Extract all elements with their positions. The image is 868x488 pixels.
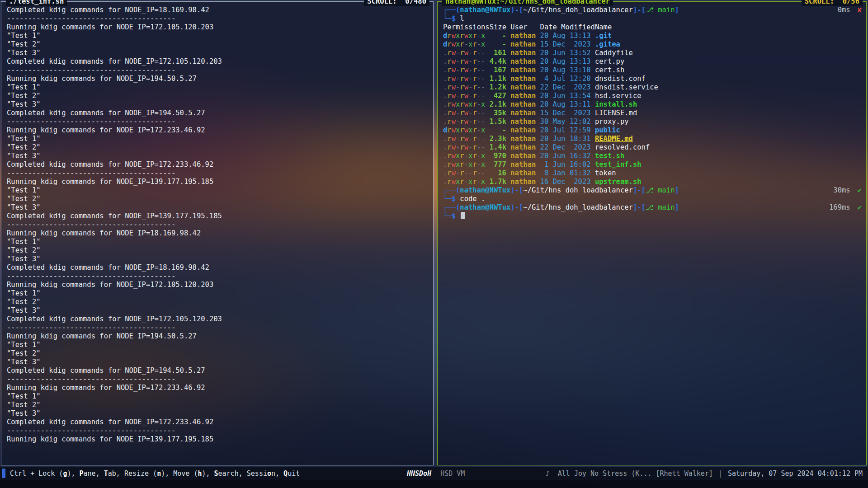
prompt-command[interactable]: └─$ xyxy=(443,212,862,221)
terminal-output-line: "Test 2" xyxy=(7,40,429,49)
terminal-output-line: "Test 3" xyxy=(7,49,429,57)
terminal-output-line: "Test 1" xyxy=(7,135,429,143)
statusbar-accent-block xyxy=(2,469,5,478)
terminal-output-line: Completed kdig commands for NODE_IP=172.… xyxy=(7,418,429,427)
terminal-output-line: "Test 2" xyxy=(7,298,429,306)
file-row: .rw-rw-r--161nathan20 Jun 13:52Caddyfile xyxy=(443,49,862,57)
tab-hsd-vm[interactable]: HSD VM xyxy=(440,469,465,478)
terminal-output-line: "Test 2" xyxy=(7,349,429,358)
terminal-output-line: Completed kdig commands for NODE_IP=18.1… xyxy=(7,6,429,14)
statusbar-separator: | xyxy=(718,469,722,478)
prompt-header: ┌──(nathan@NWTux)-[~/Git/hns_doh_loadbal… xyxy=(443,6,862,14)
terminal-output-line: "Test 2" xyxy=(7,143,429,152)
command-duration: 0ms xyxy=(838,6,850,14)
terminal-output-line: Running kdig commands for NODE_IP=172.10… xyxy=(7,281,429,289)
terminal-output-line: ---------------------------------------- xyxy=(7,324,429,332)
file-row: .rwxr-xr-x970nathan20 Jun 16:32test.sh xyxy=(443,152,862,160)
pane-shell[interactable]: nathan@NWTux:~/Git/hns_doh_loadbalancer … xyxy=(437,1,867,465)
file-row: .rw-rw-r--4.4knathan20 Aug 13:13cert.py xyxy=(443,57,862,66)
file-row: .rw-rw-r--1.5knathan30 May 12:02proxy.py xyxy=(443,117,862,126)
pane-test-inf-script[interactable]: ./test_inf.sh SCROLL: 0/480 Completed kd… xyxy=(1,1,434,465)
command-duration: 30ms xyxy=(833,186,850,194)
terminal-output-line: Completed kdig commands for NODE_IP=194.… xyxy=(7,109,429,117)
file-row: .rwxr-xr-x777nathan 1 Jun 16:02test_inf.… xyxy=(443,160,862,169)
terminal-output-line: Completed kdig commands for NODE_IP=18.1… xyxy=(7,263,429,272)
pane-title-right: nathan@NWTux:~/Git/hns_doh_loadbalancer xyxy=(442,0,613,6)
clock: Saturday, 07 Sep 2024 04:01:12 PM xyxy=(728,469,863,478)
terminal-output-line: "Test 1" xyxy=(7,238,429,246)
terminal-output-line: "Test 3" xyxy=(7,100,429,109)
terminal-output-line: "Test 3" xyxy=(7,306,429,315)
terminal-output-line: ---------------------------------------- xyxy=(7,375,429,384)
terminal-output-line: "Test 2" xyxy=(7,92,429,100)
file-row: .rw-rw-r--2.3knathan20 Jun 18:31README.m… xyxy=(443,135,862,143)
status-bar: Ctrl + Lock (g), Pane, Tab, Resize (n), … xyxy=(0,467,868,480)
terminal-output-line: ---------------------------------------- xyxy=(7,117,429,126)
keybind-hints: Ctrl + Lock (g), Pane, Tab, Resize (n), … xyxy=(10,469,300,478)
terminal-output-line: Running kdig commands for NODE_IP=139.17… xyxy=(7,178,429,186)
terminal-output-line: Completed kdig commands for NODE_IP=172.… xyxy=(7,57,429,66)
file-listing: PermissionsSizeUserDate ModifiedNamedrwx… xyxy=(443,23,862,186)
terminal-output-line: ---------------------------------------- xyxy=(7,427,429,435)
terminal-output-line: "Test 1" xyxy=(7,83,429,92)
prompt-header: ┌──(nathan@NWTux)-[~/Git/hns_doh_loadbal… xyxy=(443,186,862,195)
file-row: drwxrwxr-x-nathan20 Aug 13:13.git xyxy=(443,32,862,40)
terminal-output-line: ---------------------------------------- xyxy=(7,66,429,75)
terminal-output-line: Running kdig commands for NODE_IP=172.23… xyxy=(7,126,429,135)
terminal-output-line: "Test 1" xyxy=(7,32,429,40)
file-row: .rw-rw-r--427nathan20 Jun 13:54hsd.servi… xyxy=(443,92,862,100)
terminal-output-line: "Test 3" xyxy=(7,203,429,212)
terminal-output-line: "Test 3" xyxy=(7,255,429,263)
file-row: drwxrwxr-x-nathan20 Jul 12:59public xyxy=(443,126,862,135)
terminal-output-line: Running kdig commands for NODE_IP=172.10… xyxy=(7,23,429,32)
file-row: .rwxrwxr-x2.1knathan20 Aug 13:11install.… xyxy=(443,100,862,109)
terminal-output-line: "Test 3" xyxy=(7,358,429,366)
terminal-output-line: Completed kdig commands for NODE_IP=139.… xyxy=(7,212,429,221)
tab-hnsdoh[interactable]: HNSDoH xyxy=(407,469,431,478)
failure-icon: ✘ xyxy=(858,6,862,14)
terminal-output-line: Completed kdig commands for NODE_IP=172.… xyxy=(7,160,429,169)
tab-bar: HNSDoHHSD VM xyxy=(407,469,465,478)
file-row: .rw-rw-r--1.1knathan 4 Jul 12:20dnsdist.… xyxy=(443,75,862,83)
file-row: drwxr-xr-x-nathan15 Dec 2023.gitea xyxy=(443,40,862,49)
pane-title-left: ./test_inf.sh xyxy=(6,0,67,6)
terminal-output-line: "Test 1" xyxy=(7,341,429,349)
listing-header-row: PermissionsSizeUserDate ModifiedName xyxy=(443,23,862,32)
terminal-output-line: Running kdig commands for NODE_IP=194.50… xyxy=(7,75,429,83)
terminal-output-line: ---------------------------------------- xyxy=(7,169,429,178)
terminal-output-line: "Test 1" xyxy=(7,186,429,195)
terminal-output-line: Running kdig commands for NODE_IP=172.23… xyxy=(7,384,429,392)
now-playing: ♪ All Joy No Stress (K... [Rhett Walker] xyxy=(546,469,713,478)
terminal-output-left[interactable]: Completed kdig commands for NODE_IP=18.1… xyxy=(7,6,429,462)
prompt-command: └─$ code . xyxy=(443,195,862,203)
terminal-output-right[interactable]: ┌──(nathan@NWTux)-[~/Git/hns_doh_loadbal… xyxy=(443,6,862,462)
terminal-output-line: Running kdig commands for NODE_IP=139.17… xyxy=(7,435,429,444)
prompt-header: ┌──(nathan@NWTux)-[~/Git/hns_doh_loadbal… xyxy=(443,203,862,212)
statusbar-right: ♪ All Joy No Stress (K... [Rhett Walker]… xyxy=(546,469,863,478)
terminal-output-line: ---------------------------------------- xyxy=(7,272,429,281)
terminal-output-line: "Test 2" xyxy=(7,195,429,203)
success-icon: ✔ xyxy=(858,203,862,211)
file-row: .rw-rw-r--167nathan20 Aug 13:10cert.sh xyxy=(443,66,862,75)
terminal-output-line: Completed kdig commands for NODE_IP=194.… xyxy=(7,366,429,375)
desktop: ./test_inf.sh SCROLL: 0/480 Completed kd… xyxy=(0,0,868,488)
terminal-output-line: "Test 1" xyxy=(7,289,429,298)
bottom-strip xyxy=(0,480,868,488)
file-row: .rw-rw-r--1.2knathan22 Dec 2023dnsdist.s… xyxy=(443,83,862,92)
terminal-output-line: Running kdig commands for NODE_IP=194.50… xyxy=(7,332,429,341)
terminal-output-line: "Test 2" xyxy=(7,246,429,255)
terminal-output-line: "Test 3" xyxy=(7,152,429,160)
terminal-output-line: "Test 3" xyxy=(7,409,429,418)
terminal-output-line: Completed kdig commands for NODE_IP=172.… xyxy=(7,315,429,324)
scroll-indicator-left: SCROLL: 0/480 xyxy=(364,0,429,6)
scroll-indicator-right: SCROLL: 0/56 xyxy=(802,0,863,6)
file-row: .rw-rw-r--1.4knathan22 Dec 2023resolved.… xyxy=(443,143,862,152)
terminal-output-line: "Test 1" xyxy=(7,392,429,401)
prompt-command: └─$ l xyxy=(443,14,862,23)
text-cursor xyxy=(461,212,465,219)
file-row: .rw-rw-r--35knathan15 Dec 2023LICENSE.md xyxy=(443,109,862,117)
success-icon: ✔ xyxy=(858,186,862,194)
terminal-output-line: ---------------------------------------- xyxy=(7,221,429,229)
command-duration: 169ms xyxy=(829,203,850,211)
file-row: .rw-r--r--16nathan 8 Jan 01:32token xyxy=(443,169,862,178)
